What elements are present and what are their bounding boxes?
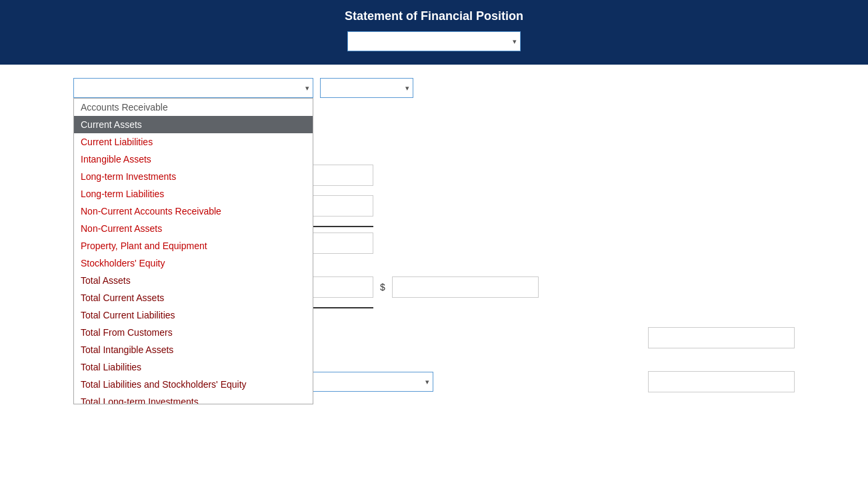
page-wrapper: Statement of Financial Position ▾ ▾ Acco… (0, 0, 868, 483)
dropdown-item-total-liabilities-stockholders[interactable]: Total Liabilities and Stockholders' Equi… (74, 376, 313, 393)
header-select[interactable] (347, 31, 521, 51)
dropdown-item-total-liabilities[interactable]: Total Liabilities (74, 358, 313, 376)
dropdown-item-property-plant-equipment[interactable]: Property, Plant and Equipment (74, 237, 313, 254)
row5-input-right[interactable] (648, 327, 795, 348)
page-title: Statement of Financial Position (13, 9, 855, 23)
dropdown-item-accounts-receivable[interactable]: Accounts Receivable (74, 99, 313, 116)
row6-input-right[interactable] (648, 371, 795, 392)
dropdown-menu: Accounts Receivable Current Assets Curre… (73, 98, 313, 404)
primary-dropdown-row: ▾ Accounts Receivable Current Assets Cur… (73, 78, 795, 98)
dropdown-item-long-term-liabilities[interactable]: Long-term Liabilities (74, 185, 313, 203)
dollar-sign-1: $ (380, 282, 385, 292)
row4-input-right[interactable] (392, 276, 539, 298)
dropdown-item-total-intangible-assets[interactable]: Total Intangible Assets (74, 341, 313, 358)
dropdown-item-stockholders-equity[interactable]: Stockholders' Equity (74, 254, 313, 272)
dropdown-scroll-area[interactable]: Accounts Receivable Current Assets Curre… (74, 99, 313, 404)
dropdown-item-non-current-assets[interactable]: Non-Current Assets (74, 220, 313, 237)
header-select-wrapper: ▾ (347, 31, 521, 51)
dropdown-item-intangible-assets[interactable]: Intangible Assets (74, 151, 313, 168)
header: Statement of Financial Position ▾ (0, 0, 868, 65)
dropdown-item-total-current-liabilities[interactable]: Total Current Liabilities (74, 306, 313, 324)
dropdown-item-long-term-investments[interactable]: Long-term Investments (74, 168, 313, 185)
dropdown-item-total-assets[interactable]: Total Assets (74, 272, 313, 289)
secondary-select-wrapper-top: ▾ (320, 78, 413, 98)
dropdown-item-total-long-term-investments[interactable]: Total Long-term Investments (74, 393, 313, 404)
dropdown-item-total-current-assets[interactable]: Total Current Assets (74, 289, 313, 306)
dropdown-item-current-assets[interactable]: Current Assets (74, 116, 313, 133)
primary-select-wrapper: ▾ Accounts Receivable Current Assets Cur… (73, 78, 313, 98)
dropdown-item-non-current-accounts-receivable[interactable]: Non-Current Accounts Receivable (74, 203, 313, 220)
secondary-select-top[interactable] (320, 78, 413, 98)
dropdown-item-total-from-customers[interactable]: Total From Customers (74, 324, 313, 341)
main-content: ▾ Accounts Receivable Current Assets Cur… (0, 65, 868, 415)
primary-select[interactable] (73, 78, 313, 98)
dropdown-item-current-liabilities[interactable]: Current Liabilities (74, 133, 313, 151)
